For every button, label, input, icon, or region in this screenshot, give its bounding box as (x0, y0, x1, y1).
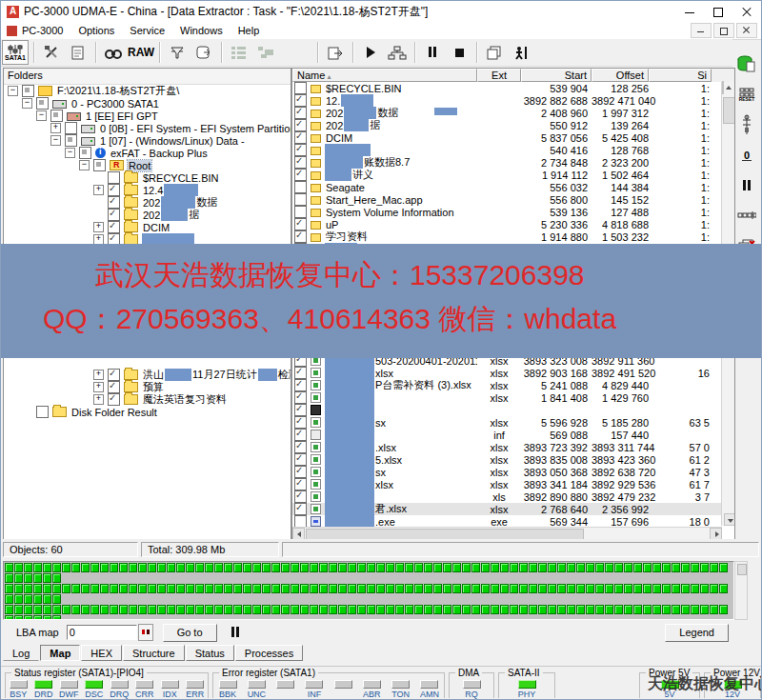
lba-block[interactable] (52, 594, 61, 604)
lba-block[interactable] (262, 584, 271, 593)
file-row[interactable]: .xlsxxlsx3893 723 3923893 311 74457 0 (292, 441, 734, 453)
lba-block[interactable] (643, 584, 652, 593)
tree-item[interactable]: 202据 (4, 209, 291, 221)
lba-block[interactable] (424, 563, 432, 572)
tree-checkbox[interactable] (22, 85, 34, 97)
lba-block[interactable] (14, 573, 23, 583)
lba-block[interactable] (424, 605, 432, 614)
lba-block[interactable] (376, 584, 385, 593)
lba-block[interactable] (14, 615, 23, 620)
file-row[interactable]: inf569 088157 440 (292, 429, 734, 441)
lba-block[interactable] (452, 605, 461, 614)
file-checkbox[interactable] (294, 193, 307, 206)
lba-block[interactable] (186, 605, 194, 614)
lba-block[interactable] (291, 605, 299, 614)
lba-block[interactable] (262, 563, 271, 572)
tree-expander[interactable]: + (93, 185, 104, 195)
lba-block[interactable] (652, 563, 661, 572)
lba-block[interactable] (243, 605, 251, 614)
lba-block[interactable] (195, 563, 204, 572)
script-button[interactable] (66, 41, 90, 64)
lba-block[interactable] (90, 584, 99, 593)
file-checkbox[interactable] (294, 82, 307, 94)
lba-block[interactable] (462, 605, 471, 614)
lba-block[interactable] (71, 563, 80, 572)
file-checkbox[interactable] (294, 169, 307, 181)
file-checkbox[interactable] (294, 404, 307, 416)
lba-block[interactable] (62, 563, 70, 572)
lba-block[interactable] (176, 584, 185, 593)
lba-block[interactable] (500, 563, 509, 572)
lba-block[interactable] (129, 563, 137, 572)
lba-block[interactable] (100, 584, 109, 593)
lba-block[interactable] (43, 605, 51, 614)
lba-block[interactable] (414, 584, 423, 593)
lba-block[interactable] (129, 584, 137, 593)
lba-block[interactable] (291, 584, 299, 593)
lba-block[interactable] (500, 584, 509, 593)
lba-block[interactable] (214, 584, 223, 593)
file-row[interactable]: xlsx1 841 4081 429 760 (292, 391, 734, 404)
lba-block[interactable] (395, 563, 404, 572)
tree-expander[interactable]: + (93, 222, 104, 232)
menu-service[interactable]: Service (122, 24, 172, 37)
lba-block[interactable] (43, 584, 51, 593)
lba-block[interactable] (119, 563, 128, 572)
lba-block[interactable] (586, 584, 594, 593)
lba-block[interactable] (557, 605, 566, 614)
lba-block[interactable] (52, 605, 61, 614)
export-button[interactable] (323, 41, 348, 64)
jumper-button[interactable] (734, 112, 759, 137)
lba-block[interactable] (14, 584, 23, 593)
lba-block[interactable] (652, 584, 661, 593)
lba-block[interactable] (100, 605, 109, 614)
lba-block[interactable] (681, 563, 690, 572)
map-scrollbar[interactable] (734, 561, 748, 620)
tree-expander[interactable]: + (93, 394, 104, 405)
lba-block[interactable] (405, 584, 413, 593)
lba-block[interactable] (367, 605, 375, 614)
lba-block[interactable] (491, 584, 499, 593)
lba-block[interactable] (195, 584, 204, 593)
lba-block[interactable] (5, 573, 13, 583)
lba-block[interactable] (90, 563, 99, 572)
lba-block[interactable] (33, 605, 42, 614)
tab-log[interactable]: Log (3, 645, 39, 661)
filter-button[interactable] (191, 41, 216, 64)
lba-block[interactable] (719, 584, 728, 593)
lba-block[interactable] (691, 584, 699, 593)
tree-expander[interactable]: − (22, 98, 32, 109)
lba-block[interactable] (538, 584, 547, 593)
lba-block[interactable] (43, 615, 51, 620)
lba-block[interactable] (243, 563, 251, 572)
lba-map-grid[interactable] (3, 561, 734, 620)
lba-block[interactable] (214, 563, 223, 572)
file-row[interactable] (292, 404, 734, 416)
tree-item[interactable]: Disk Folder Result (4, 406, 291, 418)
mdi-minimize-button[interactable] (691, 23, 712, 38)
lba-block[interactable] (395, 605, 404, 614)
lba-block[interactable] (376, 605, 385, 614)
lba-block[interactable] (157, 584, 166, 593)
legend-button[interactable]: Legend (665, 624, 729, 642)
lba-block[interactable] (329, 584, 337, 593)
lba-block[interactable] (271, 605, 280, 614)
file-checkbox[interactable] (294, 206, 307, 218)
lba-block[interactable] (529, 584, 537, 593)
horizontal-scrollbar[interactable] (292, 527, 722, 540)
lba-block[interactable] (471, 605, 480, 614)
mdi-restore-button[interactable] (713, 23, 734, 38)
minimize-button[interactable] (675, 2, 704, 21)
file-checkbox[interactable] (294, 441, 307, 453)
close-button[interactable] (732, 2, 761, 21)
build-map-button[interactable] (253, 41, 278, 64)
lba-block[interactable] (481, 605, 490, 614)
file-row[interactable]: 202据550 912139 2641: (292, 119, 734, 131)
file-checkbox[interactable] (294, 379, 307, 391)
file-row[interactable]: DCIM5 837 0565 425 4081: (292, 131, 734, 144)
lba-block[interactable] (414, 563, 423, 572)
lba-block[interactable] (252, 563, 261, 572)
lba-block[interactable] (405, 605, 413, 614)
registers-button[interactable] (734, 204, 759, 229)
lba-block[interactable] (205, 563, 213, 572)
